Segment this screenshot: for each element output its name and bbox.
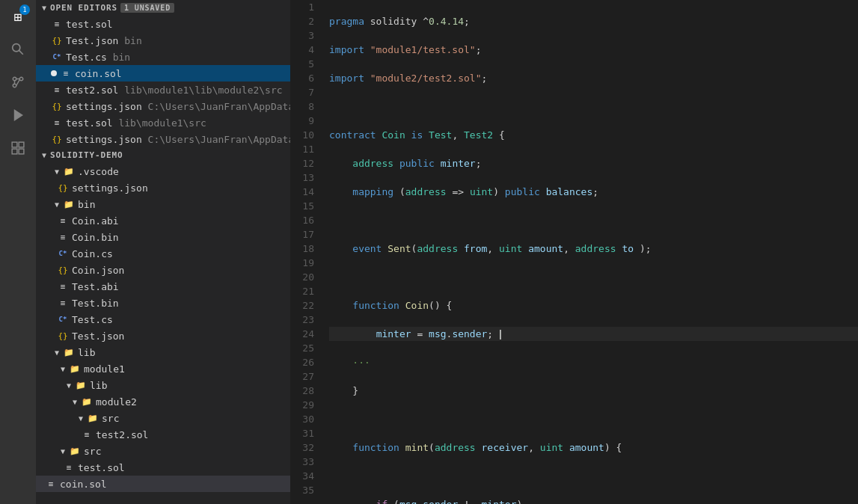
line-numbers: 12345 678910 1112131415 1617181920 21222…	[290, 0, 323, 504]
svg-marker-8	[15, 110, 22, 120]
folder-module2[interactable]: ▼ 📁 module2	[36, 393, 290, 410]
modified-dot	[51, 70, 57, 76]
explorer-arrow: ▼	[42, 151, 47, 159]
file-name: test.sol lib\module1\src	[66, 117, 206, 129]
svg-point-4	[19, 77, 23, 81]
folder-name: src	[102, 413, 119, 424]
source-control-icon[interactable]	[7, 72, 28, 93]
folder-icon: 📁	[81, 396, 93, 408]
code-line-4	[329, 99, 858, 114]
code-line-10	[329, 270, 858, 284]
search-icon[interactable]	[7, 39, 28, 60]
open-editor-coin-sol[interactable]: ≡ coin.sol	[36, 65, 290, 82]
folder-src2[interactable]: ▼ 📁 src	[36, 443, 290, 459]
extensions-icon[interactable]	[7, 138, 28, 159]
folder-icon: 📁	[87, 412, 99, 424]
open-editor-test-sol-lib[interactable]: ≡ test.sol lib\module1\src	[36, 114, 290, 131]
files-icon[interactable]: ⊞ 1	[7, 6, 28, 27]
unsaved-badge: 1 UNSAVED	[120, 3, 174, 13]
open-editors-arrow: ▼	[42, 4, 47, 12]
file-test-abi[interactable]: ≡ Test.abi	[36, 278, 290, 295]
folder-name: module1	[84, 363, 125, 375]
file-name: Test.cs	[72, 314, 113, 325]
file-test2-sol[interactable]: ≡ test2.sol	[36, 426, 290, 443]
debug-icon[interactable]	[7, 105, 28, 126]
open-editor-test-sol[interactable]: ≡ test.sol	[36, 16, 290, 32]
folder-icon: 📁	[63, 346, 75, 358]
unsaved-badge: 1	[19, 4, 30, 15]
folder-arrow-icon: ▼	[51, 346, 63, 358]
file-coin-bin[interactable]: ≡ Coin.bin	[36, 229, 290, 245]
svg-rect-11	[12, 149, 17, 154]
folder-lib2[interactable]: ▼ 📁 lib	[36, 377, 290, 393]
file-name: settings.json C:\Users\JuanFran\AppData\…	[66, 101, 290, 112]
json-file-icon: {}	[57, 264, 69, 276]
code-line-3: import "module2/test2.sol";	[329, 71, 858, 85]
json-file-icon: {}	[57, 330, 69, 342]
file-name: Coin.abi	[72, 215, 119, 227]
svg-line-7	[16, 80, 20, 86]
code-line-14: }	[329, 384, 858, 398]
json-file-icon: {}	[51, 100, 63, 112]
file-test-sol[interactable]: ≡ test.sol	[36, 459, 290, 476]
file-name: test.sol	[78, 462, 125, 473]
open-editor-settings-json-2[interactable]: {} settings.json C:\Users\JuanFran\AppDa…	[36, 131, 290, 147]
file-coin-cs[interactable]: C* Coin.cs	[36, 245, 290, 262]
file-name: Coin.bin	[72, 232, 119, 243]
bin-file-icon: ≡	[57, 231, 69, 243]
folder-name: lib	[90, 380, 107, 391]
file-test-bin[interactable]: ≡ Test.bin	[36, 295, 290, 311]
file-name: Test.cs bin	[66, 52, 130, 63]
file-name: test2.sol lib\module1\lib\module2\src	[66, 84, 283, 96]
svg-line-1	[19, 51, 23, 55]
open-editor-test-cs[interactable]: C* Test.cs bin	[36, 49, 290, 65]
cs-file-icon: C*	[57, 313, 69, 325]
file-name: Test.json	[72, 331, 124, 342]
file-test-cs[interactable]: C* Test.cs	[36, 311, 290, 328]
sol-file-icon: ≡	[51, 117, 63, 129]
file-name: Coin.json	[72, 265, 124, 276]
svg-rect-10	[19, 142, 24, 147]
sol-file-icon: ≡	[63, 461, 75, 473]
code-line-18: if (msg.sender != minter)	[329, 497, 858, 504]
open-editors-label: OPEN EDITORS	[50, 3, 117, 13]
folder-vscode[interactable]: ▼ 📁 .vscode	[36, 163, 290, 179]
svg-point-2	[13, 77, 16, 81]
json-file-icon: {}	[57, 182, 69, 194]
file-name: test2.sol	[96, 429, 148, 440]
explorer-label: SOLIDITY-DEMO	[50, 150, 123, 160]
folder-lib[interactable]: ▼ 📁 lib	[36, 344, 290, 360]
code-line-8	[329, 213, 858, 227]
folder-icon: 📁	[63, 198, 75, 210]
file-coin-json[interactable]: {} Coin.json	[36, 262, 290, 278]
json-file-icon: {}	[51, 34, 63, 46]
file-coin-sol-active[interactable]: ≡ coin.sol	[36, 476, 290, 492]
svg-rect-12	[19, 149, 24, 154]
folder-src[interactable]: ▼ 📁 src	[36, 410, 290, 426]
code-container[interactable]: 12345 678910 1112131415 1617181920 21222…	[290, 0, 858, 504]
file-name: Coin.cs	[72, 248, 113, 259]
folder-name: lib	[78, 347, 95, 358]
open-editors-header: ▼ OPEN EDITORS 1 UNSAVED	[36, 0, 290, 16]
abi-file-icon: ≡	[57, 280, 69, 292]
open-editor-test2-sol[interactable]: ≡ test2.sol lib\module1\lib\module2\src	[36, 82, 290, 98]
sol-file-icon: ≡	[45, 478, 57, 490]
folder-arrow-icon: ▼	[69, 396, 81, 408]
file-name: coin.sol	[75, 68, 122, 79]
file-name: test.sol	[66, 19, 113, 30]
bin-file-icon: ≡	[57, 297, 69, 309]
folder-bin[interactable]: ▼ 📁 bin	[36, 196, 290, 212]
code-line-15	[329, 412, 858, 426]
svg-point-0	[13, 44, 20, 52]
folder-module1[interactable]: ▼ 📁 module1	[36, 360, 290, 377]
code-line-5: contract Coin is Test, Test2 {	[329, 128, 858, 142]
folder-icon: 📁	[63, 165, 75, 177]
file-name: Test.bin	[72, 298, 119, 309]
open-editor-settings-json[interactable]: {} settings.json C:\Users\JuanFran\AppDa…	[36, 98, 290, 114]
file-settings-json[interactable]: {} settings.json	[36, 179, 290, 196]
code-line-9: event Sent(address from, uint amount, ad…	[329, 242, 858, 256]
file-test-json[interactable]: {} Test.json	[36, 328, 290, 344]
file-coin-abi[interactable]: ≡ Coin.abi	[36, 212, 290, 229]
folder-icon: 📁	[75, 379, 87, 391]
open-editor-test-json[interactable]: {} Test.json bin	[36, 32, 290, 49]
